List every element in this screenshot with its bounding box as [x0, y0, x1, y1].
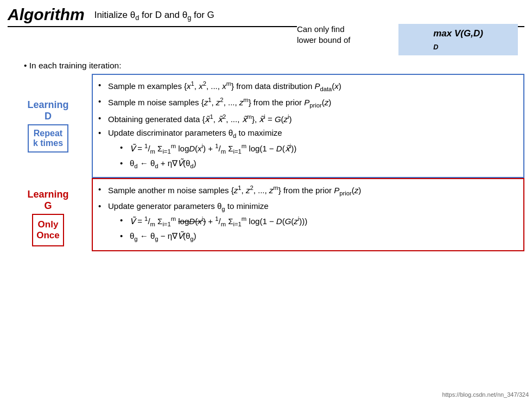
iteration-label: • In each training iteration:	[24, 61, 524, 71]
page: Algorithm Initialize θd for D and θg for…	[0, 0, 532, 400]
gen-sub-2: θg ← θg − η∇Ṽ(θg)	[120, 230, 518, 244]
discriminator-row: LearningD Repeatk times Sample m example…	[8, 74, 524, 178]
disc-bullet-4: Update discriminator parameters θd to ma…	[98, 127, 518, 170]
label-repeat-k-times: Repeatk times	[28, 124, 68, 153]
watermark: https://blog.csdn.net/nn_347/324	[442, 391, 529, 398]
disc-bullet-list: Sample m examples {x1, x2, ..., xm} from…	[98, 79, 518, 170]
disc-bullet-3: Obtaining generated data {x̃1, x̃2, ...,…	[98, 112, 518, 125]
gen-content: Sample another m noise samples {z1, z2, …	[92, 178, 524, 251]
disc-sub-1: Ṽ = 1/m Σi=1m logD(xi) + 1/m Σi=1m log(1…	[120, 142, 518, 156]
disc-bullet-2: Sample m noise samples {z1, z2, ..., zm}…	[98, 96, 518, 110]
label-learning-d: LearningD	[27, 99, 68, 122]
disc-section: Sample m examples {x1, x2, ..., xm} from…	[92, 74, 524, 178]
label-only-once: OnlyOnce	[32, 214, 64, 246]
max-vgd-text: max V(G,D) D	[433, 28, 483, 51]
gen-section: Sample another m noise samples {z1, z2, …	[92, 178, 524, 251]
disc-sub-2: θd ← θd + η∇Ṽ(θd)	[120, 157, 518, 171]
label-learning-g: LearningG	[27, 189, 68, 212]
gen-sidebar: LearningG OnlyOnce	[8, 178, 92, 251]
gen-sub-1: Ṽ = 1/m Σi=1m logD(xi) + 1/m Σi=1m log(1…	[120, 214, 518, 229]
disc-content: Sample m examples {x1, x2, ..., xm} from…	[92, 74, 524, 178]
gen-bullet-1: Sample another m noise samples {z1, z2, …	[98, 183, 518, 198]
main-layout: LearningD Repeatk times Sample m example…	[8, 74, 524, 251]
algorithm-title: Algorithm	[8, 5, 85, 24]
gen-bullet-list: Sample another m noise samples {z1, z2, …	[98, 183, 518, 243]
gen-bullet-2: Update generator parameters θg to minimi…	[98, 200, 518, 244]
disc-sidebar: LearningD Repeatk times	[8, 74, 92, 178]
disc-bullet-1: Sample m examples {x1, x2, ..., xm} from…	[98, 79, 518, 93]
init-text: Initialize θd for D and θg for G	[94, 5, 214, 22]
can-only-find-line1: Can only find	[297, 24, 398, 35]
generator-row: LearningG OnlyOnce Sample another m nois…	[8, 178, 524, 251]
gen-sub-list: Ṽ = 1/m Σi=1m logD(xi) + 1/m Σi=1m log(1…	[108, 214, 518, 244]
can-only-find-box: Can only find lower bound of	[297, 24, 398, 46]
max-vgd-box: max V(G,D) D	[398, 24, 518, 55]
disc-sub-list: Ṽ = 1/m Σi=1m logD(xi) + 1/m Σi=1m log(1…	[108, 142, 518, 171]
can-only-find-line2: lower bound of	[297, 35, 398, 46]
